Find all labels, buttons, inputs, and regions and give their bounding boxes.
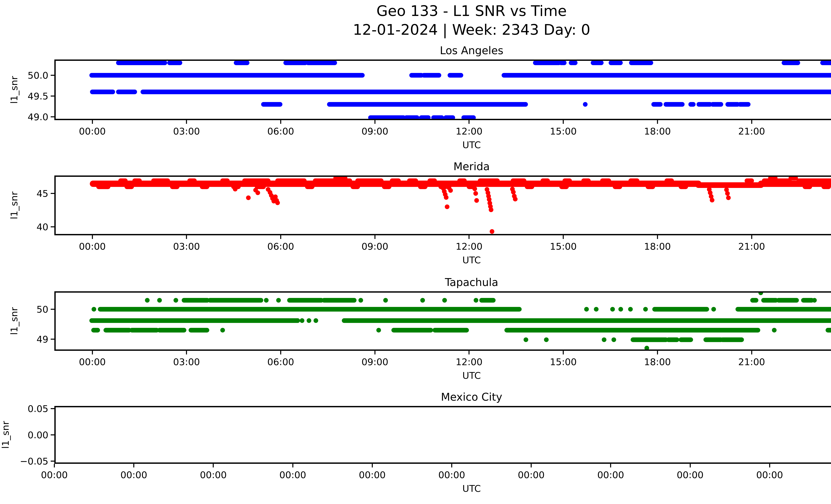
y-tick-label: 49.0 (28, 112, 48, 122)
x-tick-label: 00:00 (79, 126, 106, 137)
scatter-dot (643, 307, 648, 312)
x-tick-label: 12:00 (456, 241, 483, 252)
x-tick-mark (374, 351, 375, 354)
y-tick-mark (51, 408, 54, 409)
x-tick-mark (657, 351, 658, 354)
scatter-dot (772, 328, 777, 332)
x-tick-mark (280, 351, 281, 354)
x-axis-label: UTC (54, 140, 831, 150)
figure-title-line-2: 12-01-2024 | Week: 2343 Day: 0 (54, 21, 831, 39)
x-tick-mark (563, 120, 564, 124)
y-axis-label: l1_snr (9, 307, 20, 335)
y-tick-label: 0.05 (28, 403, 48, 414)
x-tick-mark (751, 235, 752, 239)
scatter-dot (145, 298, 150, 303)
y-tick-label: 49.5 (28, 91, 48, 101)
x-tick-label: 12:00 (456, 126, 483, 137)
x-tick-mark (133, 464, 134, 468)
scatter-dot (726, 196, 731, 200)
x-tick-label: 18:00 (644, 241, 671, 252)
x-tick-mark (54, 464, 55, 468)
scatter-dot (275, 200, 280, 205)
x-tick-label: 03:00 (173, 356, 200, 367)
plot-area-los-angeles (54, 59, 831, 120)
x-tick-label: 15:00 (550, 241, 577, 252)
scatter-dot (300, 318, 304, 323)
scatter-dot (445, 204, 450, 209)
x-tick-mark (213, 464, 214, 468)
x-tick-label: 21:00 (738, 126, 765, 137)
x-axis-label: UTC (54, 370, 831, 381)
scatter-dot (474, 298, 478, 303)
x-tick-label: 00:00 (79, 241, 106, 252)
y-tick-mark (51, 339, 54, 340)
x-tick-label: 18:00 (644, 356, 671, 367)
scatter-dot (264, 298, 268, 303)
x-tick-mark (374, 120, 375, 124)
x-tick-mark (468, 235, 469, 239)
x-tick-mark (769, 464, 770, 468)
x-tick-mark (280, 120, 281, 124)
x-axis-label: UTC (54, 255, 831, 265)
scatter-dot (490, 229, 494, 234)
x-tick-mark (751, 351, 752, 354)
x-tick-mark (186, 120, 187, 124)
scatter-dot (233, 187, 237, 191)
x-tick-mark (657, 235, 658, 239)
scatter-dot (602, 337, 606, 342)
x-tick-label: 03:00 (173, 126, 200, 137)
scatter-dot (474, 198, 479, 203)
plot-canvas (54, 176, 831, 235)
scatter-dot (473, 191, 478, 196)
scatter-dot (812, 298, 817, 303)
scatter-dot (173, 298, 178, 303)
scatter-dot (448, 188, 453, 193)
y-tick-label: −0.05 (20, 456, 48, 467)
scatter-dot (376, 328, 381, 332)
subplot-title-merida: Merida (54, 161, 831, 172)
x-tick-label: 15:00 (550, 356, 577, 367)
x-tick-mark (563, 351, 564, 354)
x-tick-label: 09:00 (362, 126, 388, 137)
scatter-dot (420, 298, 425, 303)
x-tick-label: 06:00 (267, 126, 294, 137)
scatter-dot (246, 196, 251, 200)
x-tick-label: 00:00 (597, 469, 624, 480)
x-tick-label: 06:00 (267, 356, 294, 367)
scatter-dot (307, 318, 311, 323)
x-tick-label: 00:00 (79, 356, 106, 367)
plot-canvas (54, 406, 831, 464)
x-tick-mark (374, 235, 375, 239)
y-tick-mark (51, 434, 54, 435)
y-tick-label: 50 (36, 304, 48, 315)
y-tick-mark (51, 461, 54, 462)
x-tick-label: 00:00 (677, 469, 704, 480)
x-tick-label: 00:00 (518, 469, 544, 480)
x-tick-label: 12:00 (456, 356, 483, 367)
scatter-dot (276, 298, 281, 303)
plot-area-mexico-city (54, 406, 831, 464)
y-tick-label: 49 (36, 334, 48, 345)
scatter-dot (544, 337, 549, 342)
scatter-dot (523, 337, 528, 342)
y-tick-label: 0.00 (28, 429, 48, 440)
x-tick-label: 00:00 (279, 469, 306, 480)
scatter-dot (220, 328, 225, 332)
scatter-dot (489, 208, 493, 212)
scatter-dot (511, 190, 516, 195)
plot-area-merida (54, 176, 831, 235)
figure-title-line-1: Geo 133 - L1 SNR vs Time (54, 2, 831, 21)
y-tick-mark (51, 193, 54, 194)
scatter-dot (383, 298, 388, 303)
y-tick-mark (51, 95, 54, 96)
x-tick-label: 21:00 (738, 356, 765, 367)
x-tick-mark (690, 464, 691, 468)
x-tick-mark (280, 235, 281, 239)
scatter-dot (442, 298, 447, 303)
scatter-dot (513, 197, 518, 201)
scatter-dot (628, 307, 633, 312)
y-axis-label: l1_snr (9, 191, 20, 219)
subplot-title-los-angeles: Los Angeles (54, 45, 831, 56)
scatter-dot (157, 298, 162, 303)
plot-canvas (54, 59, 831, 120)
